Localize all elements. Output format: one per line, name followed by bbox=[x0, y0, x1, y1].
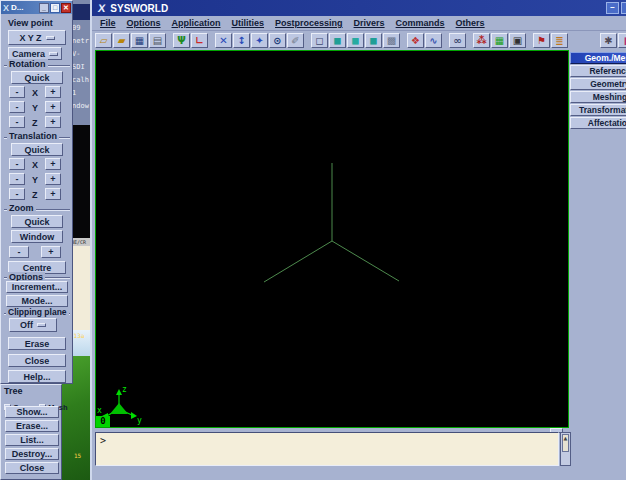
view-glasses-icon[interactable]: ∞ bbox=[449, 33, 466, 48]
material-icon[interactable]: ❖ bbox=[407, 33, 424, 48]
clipped-titlebar-button[interactable] bbox=[621, 2, 626, 14]
translation-plus-button[interactable]: + bbox=[45, 188, 61, 200]
menu-item[interactable]: Drivers bbox=[354, 18, 385, 28]
close-icon[interactable]: ✕ bbox=[61, 3, 71, 13]
toolbar: ▱▰▦▤Ψ∟✕↕✦⊙✐◻◼◼◼▩❖∿∞⁂▦▣⚑≣ bbox=[92, 31, 626, 49]
graphics-viewport[interactable]: z x y 0 bbox=[95, 50, 569, 428]
zoom-in-button[interactable]: + bbox=[41, 246, 61, 258]
menu-item[interactable]: Application bbox=[172, 18, 221, 28]
pan-vertical-icon[interactable]: ↕ bbox=[233, 33, 250, 48]
rotation-quick-button[interactable]: Quick bbox=[11, 71, 63, 84]
rotation-minus-button[interactable]: - bbox=[9, 116, 25, 128]
command-scrollbar[interactable]: ▲ bbox=[560, 432, 571, 466]
mesh-grid-icon[interactable]: ▦ bbox=[491, 33, 508, 48]
hierarchy-tree-icon[interactable]: ⁂ bbox=[473, 33, 490, 48]
wallpaper-text-fragment: 15 bbox=[74, 452, 81, 459]
menu-item[interactable]: Commands bbox=[396, 18, 445, 28]
corner-axes-icon[interactable]: ∟ bbox=[191, 33, 208, 48]
tree-button[interactable]: List... bbox=[5, 434, 59, 446]
task-panel-button[interactable]: Geometry bbox=[570, 78, 626, 90]
increment-button[interactable]: Increment... bbox=[6, 281, 68, 293]
task-panel-button[interactable]: Meshing bbox=[570, 91, 626, 103]
rotation-group-label: Rotation bbox=[7, 59, 48, 69]
task-panel-button[interactable]: Affectation bbox=[570, 117, 626, 129]
curve-icon[interactable]: ∿ bbox=[425, 33, 442, 48]
menu-item[interactable]: Options bbox=[127, 18, 161, 28]
print-icon[interactable]: ▤ bbox=[149, 33, 166, 48]
command-input-area[interactable]: > bbox=[95, 432, 559, 466]
option-menu-indicator bbox=[46, 36, 55, 40]
rotation-minus-button[interactable]: - bbox=[9, 86, 25, 98]
menu-item[interactable]: File bbox=[100, 18, 116, 28]
mode-button[interactable]: Mode... bbox=[6, 295, 68, 307]
wireframe-cube-icon[interactable]: ◻ bbox=[311, 33, 328, 48]
label-box-icon[interactable]: ▣ bbox=[509, 33, 526, 48]
minimize-button[interactable]: _ bbox=[39, 3, 49, 13]
rotation-plus-button[interactable]: + bbox=[45, 116, 61, 128]
tree-button[interactable]: Destroy... bbox=[5, 448, 59, 460]
translation-quick-button[interactable]: Quick bbox=[11, 143, 63, 156]
eraser-icon[interactable]: ✐ bbox=[287, 33, 304, 48]
translation-minus-button[interactable]: - bbox=[9, 173, 25, 185]
translation-minus-button[interactable]: - bbox=[9, 158, 25, 170]
tree-button[interactable]: Close bbox=[5, 462, 59, 474]
zoom-out-button[interactable]: - bbox=[9, 246, 29, 258]
menu-item[interactable]: Others bbox=[456, 18, 485, 28]
open-file-icon[interactable]: ▱ bbox=[95, 33, 112, 48]
shaded-cube-icon[interactable]: ◼ bbox=[347, 33, 364, 48]
axis-label: X bbox=[32, 88, 38, 98]
hidden-line-cube-icon[interactable]: ◼ bbox=[365, 33, 382, 48]
triad-y-label: y bbox=[137, 416, 142, 425]
model-axes-icon[interactable]: Ψ bbox=[173, 33, 190, 48]
task-panel-button[interactable]: Transformation bbox=[570, 104, 626, 116]
translation-minus-button[interactable]: - bbox=[9, 188, 25, 200]
rotation-plus-button[interactable]: + bbox=[45, 101, 61, 113]
zoom-quick-button[interactable]: Quick bbox=[11, 215, 63, 228]
sysworld-window: X SYSWORLD − FileOptionsApplicationUtili… bbox=[90, 0, 626, 480]
close-button[interactable]: Close bbox=[8, 354, 66, 367]
translation-axis-row: - Y + bbox=[1, 173, 74, 187]
task-panel: Geom./MeshReferenceGeometryMeshingTransf… bbox=[570, 52, 626, 432]
axis-label: Z bbox=[32, 190, 38, 200]
maximize-button[interactable]: □ bbox=[50, 3, 60, 13]
help-button[interactable]: Help... bbox=[8, 370, 66, 383]
menu-item[interactable]: Utilities bbox=[232, 18, 265, 28]
triad-z-label: z bbox=[122, 385, 127, 394]
tree-button[interactable]: Erase... bbox=[5, 420, 59, 432]
triad-x-label: x bbox=[97, 406, 102, 415]
task-panel-button[interactable]: Reference bbox=[570, 65, 626, 77]
import-file-icon[interactable]: ▰ bbox=[113, 33, 130, 48]
rotation-minus-button[interactable]: - bbox=[9, 101, 25, 113]
dialog-titlebar[interactable]: X D... _ □ ✕ bbox=[1, 1, 72, 14]
window-titlebar[interactable]: X SYSWORLD − bbox=[92, 0, 626, 16]
minimize-button[interactable]: − bbox=[606, 2, 619, 14]
x11-logo-icon: X bbox=[3, 3, 9, 13]
zoom-window-button[interactable]: Window bbox=[11, 230, 63, 243]
translation-plus-button[interactable]: + bbox=[45, 158, 61, 170]
translation-plus-button[interactable]: + bbox=[45, 173, 61, 185]
translation-group-label: Translation bbox=[7, 131, 59, 141]
layers-icon[interactable]: ≣ bbox=[551, 33, 568, 48]
solid-cube-icon[interactable]: ◼ bbox=[329, 33, 346, 48]
task-panel-button[interactable]: Geom./Mesh bbox=[570, 52, 626, 64]
rotation-plus-button[interactable]: + bbox=[45, 86, 61, 98]
axis-label: Y bbox=[32, 175, 38, 185]
flag-icon[interactable]: ⚑ bbox=[533, 33, 550, 48]
dialog-title: D... bbox=[11, 3, 39, 12]
xyz-option-button[interactable]: X Y Z bbox=[8, 30, 66, 45]
axis-label: Z bbox=[32, 118, 38, 128]
settings-icon[interactable]: ✱ bbox=[600, 33, 617, 48]
pan-icon[interactable]: ✦ bbox=[251, 33, 268, 48]
clipping-option-button[interactable]: Off bbox=[9, 318, 57, 332]
save-icon[interactable]: ▦ bbox=[131, 33, 148, 48]
clipped-edge-icon[interactable]: ▮ bbox=[618, 33, 626, 48]
menu-bar: FileOptionsApplicationUtilitiesPostproce… bbox=[92, 16, 626, 31]
axes-figure: z x y bbox=[96, 51, 568, 427]
erase-button[interactable]: Erase bbox=[8, 337, 66, 350]
mesh-cube-icon[interactable]: ▩ bbox=[383, 33, 400, 48]
menu-item[interactable]: Postprocessing bbox=[275, 18, 343, 28]
scrollbar-up-arrow[interactable]: ▲ bbox=[562, 434, 569, 452]
tree-button[interactable]: Show... bbox=[5, 406, 59, 418]
fit-view-icon[interactable]: ✕ bbox=[215, 33, 232, 48]
zoom-magnifier-icon[interactable]: ⊙ bbox=[269, 33, 286, 48]
